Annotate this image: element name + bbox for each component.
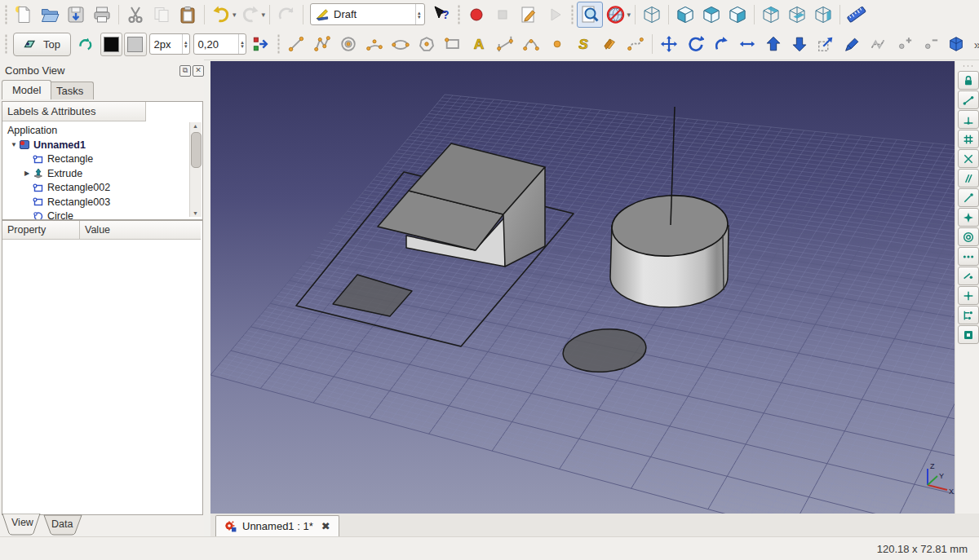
workbench-selector[interactable]: Draft▴▾ [310, 3, 425, 25]
add-point-button[interactable] [891, 31, 917, 57]
view-front-button[interactable] [672, 2, 698, 28]
toolbar-handle[interactable] [962, 64, 975, 68]
tab-tasks[interactable]: Tasks [46, 82, 94, 99]
macro-edit-button[interactable] [516, 2, 542, 28]
expander-open-icon[interactable]: ▼ [11, 141, 19, 148]
draft-point-button[interactable] [544, 31, 570, 57]
dropdown-arrow-icon[interactable]: ▾ [233, 11, 237, 19]
rotate-button[interactable] [682, 31, 708, 57]
filled-rectangle[interactable] [333, 275, 412, 316]
draft-circle-button[interactable] [335, 31, 361, 57]
snap-midpoint-button[interactable] [958, 110, 979, 129]
line-color-button[interactable] [100, 33, 122, 56]
snap-near-button[interactable] [958, 267, 979, 285]
draft-dimension-button[interactable] [492, 31, 518, 57]
line-width-spin[interactable]: 2px▴▾ [149, 33, 190, 55]
combo-stepper-icon[interactable]: ▴▾ [415, 4, 423, 24]
cut-button[interactable] [122, 2, 148, 28]
new-document-button[interactable] [11, 2, 37, 28]
draft-rectangle-button[interactable] [440, 31, 466, 57]
draft-wire-button[interactable] [309, 31, 335, 57]
print-button[interactable] [89, 2, 115, 28]
refresh-button[interactable] [273, 2, 299, 28]
draft-polygon-button[interactable] [414, 31, 440, 57]
tab-data[interactable]: Data [51, 518, 73, 530]
stepper-icon[interactable]: ▴▾ [182, 34, 189, 54]
construction-mode-button[interactable] [73, 31, 100, 57]
working-plane-button[interactable]: Top [13, 33, 71, 56]
snap-special-button[interactable] [958, 286, 979, 305]
delete-point-button[interactable] [917, 31, 943, 57]
tab-model[interactable]: Model [2, 80, 51, 99]
dropdown-arrow-icon[interactable]: ▾ [627, 11, 631, 19]
float-panel-icon[interactable]: ⧉ [179, 65, 191, 77]
move-button[interactable] [656, 31, 682, 57]
scroll-down-icon[interactable]: ▼ [190, 210, 201, 216]
snap-parallel-button[interactable] [958, 169, 979, 187]
view-rear-button[interactable] [758, 2, 784, 28]
fit-all-button[interactable] [577, 2, 603, 28]
draft-arc-button[interactable] [361, 31, 388, 57]
snap-extension-button[interactable] [958, 247, 979, 266]
toolbar-overflow-button[interactable]: » [974, 37, 979, 51]
draft-bspline-button[interactable] [518, 31, 544, 57]
measure-distance-button[interactable] [844, 2, 870, 28]
tree-item-extrude[interactable]: ▶Extrude [24, 166, 82, 181]
tree-item-rectangle002[interactable]: Rectangle002 [24, 180, 110, 195]
scale-spin[interactable]: 0,20▴▾ [193, 33, 246, 55]
scrollbar-thumb[interactable] [191, 132, 202, 168]
face-color-button[interactable] [124, 33, 146, 56]
scroll-up-icon[interactable]: ▲ [190, 123, 201, 129]
draft-shapestring-button[interactable]: S [570, 31, 596, 57]
tree-item-rectangle003[interactable]: Rectangle003 [24, 195, 110, 209]
view-right-button[interactable] [724, 2, 751, 28]
3d-viewport[interactable]: Z Y X [210, 61, 955, 514]
tree-item-application[interactable]: Application [7, 123, 57, 138]
property-column-header[interactable]: Property [2, 221, 79, 240]
undo-button[interactable] [208, 2, 234, 28]
tree-item-unnamed1[interactable]: ▼Unnamed1 [11, 138, 86, 152]
snap-grid-button[interactable] [958, 227, 979, 246]
trimex-button[interactable] [734, 31, 760, 57]
snap-working-plane-button[interactable] [958, 325, 979, 344]
edit-button[interactable] [839, 31, 865, 57]
toolbar-handle[interactable] [4, 34, 8, 54]
tree-header[interactable]: Labels & Attributes [2, 102, 146, 121]
draft-bezier-button[interactable] [622, 31, 649, 57]
snap-endpoint-button[interactable] [958, 90, 979, 109]
save-button[interactable] [63, 2, 89, 28]
value-column-header[interactable]: Value [79, 221, 201, 240]
draw-style-button[interactable] [603, 2, 629, 28]
snap-dimensions-button[interactable] [958, 306, 979, 324]
tree-scrollbar[interactable]: ▲ ▼ [189, 122, 202, 217]
apply-style-button[interactable] [248, 31, 274, 57]
view-isometric-button[interactable] [639, 2, 665, 28]
close-tab-icon[interactable]: ✖ [321, 520, 330, 532]
snap-ortho-button[interactable] [958, 188, 979, 207]
toolbar-handle[interactable] [570, 5, 574, 24]
wire-to-bspline-button[interactable] [865, 31, 891, 57]
macro-record-button[interactable] [463, 2, 490, 28]
view-bottom-button[interactable] [784, 2, 810, 28]
snap-lock-button[interactable] [958, 71, 979, 90]
copy-button[interactable] [148, 2, 175, 28]
draft-text-button[interactable]: A [466, 31, 492, 57]
snap-intersection-button[interactable] [958, 208, 979, 227]
document-tab[interactable]: Unnamed1 : 1* ✖ [215, 515, 339, 536]
toolbar-handle[interactable] [457, 5, 461, 24]
upgrade-button[interactable] [760, 31, 786, 57]
macro-stop-button[interactable] [490, 2, 516, 28]
draft-line-button[interactable] [283, 31, 309, 57]
paste-button[interactable] [175, 2, 201, 28]
open-file-button[interactable] [37, 2, 63, 28]
snap-angle-button[interactable] [958, 149, 979, 168]
close-panel-icon[interactable]: ✕ [193, 65, 204, 77]
draft-ellipse-button[interactable] [388, 31, 414, 57]
snap-center-button[interactable] [958, 130, 979, 148]
macro-play-button[interactable] [542, 2, 568, 28]
shape-2d-view-button[interactable] [943, 31, 969, 57]
view-top-button[interactable] [698, 2, 724, 28]
draft-facebinder-button[interactable] [596, 31, 622, 57]
toolbar-handle[interactable] [277, 34, 281, 54]
whats-this-button[interactable]: ? [428, 2, 454, 28]
